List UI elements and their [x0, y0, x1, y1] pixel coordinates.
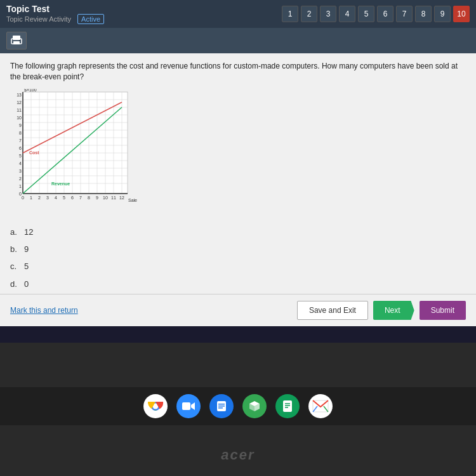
mark-return-link[interactable]: Mark this and return	[10, 306, 78, 315]
svg-text:$×100: $×100	[24, 89, 37, 92]
svg-text:1: 1	[30, 195, 32, 200]
svg-rect-67	[182, 402, 190, 410]
svg-text:4: 4	[55, 195, 57, 200]
nav-2[interactable]: 2	[301, 6, 317, 22]
option-c-letter: c.	[10, 259, 20, 274]
nav-6[interactable]: 6	[377, 6, 393, 22]
svg-text:12: 12	[119, 195, 124, 200]
svg-text:1: 1	[19, 184, 22, 188]
svg-rect-70	[218, 404, 225, 405]
svg-text:2: 2	[19, 176, 22, 181]
svg-rect-72	[218, 407, 223, 409]
question-text: The following graph represents the cost …	[10, 61, 466, 83]
action-buttons-group: Save and Exit Next Submit	[297, 301, 466, 320]
svg-rect-0	[13, 36, 20, 40]
svg-text:12: 12	[17, 100, 22, 105]
option-d-value: 0	[24, 277, 29, 291]
svg-text:Sales: Sales	[128, 198, 137, 202]
active-badge: Active	[77, 14, 104, 24]
svg-text:10: 10	[103, 195, 108, 200]
svg-text:11: 11	[17, 108, 22, 112]
svg-text:2: 2	[38, 195, 41, 200]
nav-9[interactable]: 9	[434, 6, 451, 22]
svg-marker-68	[191, 402, 195, 410]
svg-text:4: 4	[19, 161, 22, 166]
svg-text:9: 9	[19, 123, 22, 128]
svg-text:3: 3	[19, 169, 22, 173]
nav-3[interactable]: 3	[320, 6, 336, 22]
svg-text:3: 3	[46, 195, 49, 200]
svg-text:5: 5	[63, 195, 65, 200]
nav-7[interactable]: 7	[396, 6, 413, 22]
svg-text:8: 8	[88, 195, 90, 200]
svg-text:Cost: Cost	[29, 150, 39, 155]
option-b-value: 9	[24, 242, 29, 256]
answer-options: a. 12 b. 9 c. 5 d. 0	[10, 223, 466, 293]
zoom-icon[interactable]	[176, 394, 201, 418]
graph: 0 1 2 3 4 5 6 7 8 9 10 11 12	[10, 89, 137, 216]
nav-1[interactable]: 1	[282, 6, 298, 22]
acer-brand: acer	[221, 447, 255, 463]
action-bar: Mark this and return Save and Exit Next …	[0, 294, 476, 326]
svg-text:Revenue: Revenue	[51, 182, 70, 186]
svg-text:7: 7	[79, 195, 82, 200]
print-button[interactable]	[6, 32, 27, 50]
answer-a[interactable]: a. 12	[10, 223, 466, 241]
svg-text:6: 6	[19, 146, 22, 150]
svg-text:5: 5	[19, 154, 22, 158]
docs-green-icon[interactable]	[275, 394, 300, 418]
page-title: Topic Test	[6, 4, 104, 14]
option-b-letter: b.	[10, 242, 20, 256]
save-exit-button[interactable]: Save and Exit	[297, 301, 368, 320]
svg-text:6: 6	[71, 195, 74, 200]
subtitle-label: Topic Review Activity	[6, 15, 71, 23]
taskbar	[0, 387, 476, 425]
svg-text:11: 11	[111, 195, 116, 200]
svg-rect-2	[13, 41, 20, 44]
submit-button[interactable]: Submit	[420, 301, 466, 320]
svg-rect-3	[19, 40, 20, 41]
svg-rect-76	[283, 400, 292, 412]
svg-text:10: 10	[17, 116, 22, 120]
option-c-value: 5	[24, 259, 29, 274]
svg-text:7: 7	[19, 138, 22, 143]
nav-10[interactable]: 10	[453, 6, 470, 22]
option-a-value: 12	[24, 225, 33, 239]
svg-text:8: 8	[19, 131, 22, 135]
svg-text:13: 13	[17, 93, 22, 97]
svg-text:0: 0	[22, 195, 24, 200]
question-navigation: 1 2 3 4 5 6 7 8 9 10	[282, 6, 470, 22]
chrome-icon[interactable]	[143, 394, 168, 418]
answer-c[interactable]: c. 5	[10, 258, 466, 275]
drive-icon[interactable]	[209, 394, 234, 418]
answer-b[interactable]: b. 9	[10, 241, 466, 258]
answer-d[interactable]: d. 0	[10, 275, 466, 293]
option-a-letter: a.	[10, 225, 20, 239]
next-button[interactable]: Next	[373, 301, 414, 320]
nav-5[interactable]: 5	[358, 6, 374, 22]
sheets-icon[interactable]	[242, 394, 267, 418]
nav-8[interactable]: 8	[415, 6, 432, 22]
svg-rect-71	[218, 406, 225, 407]
option-d-letter: d.	[10, 277, 20, 291]
svg-text:9: 9	[96, 195, 98, 200]
gmail-icon[interactable]	[308, 394, 333, 418]
nav-4[interactable]: 4	[339, 6, 355, 22]
